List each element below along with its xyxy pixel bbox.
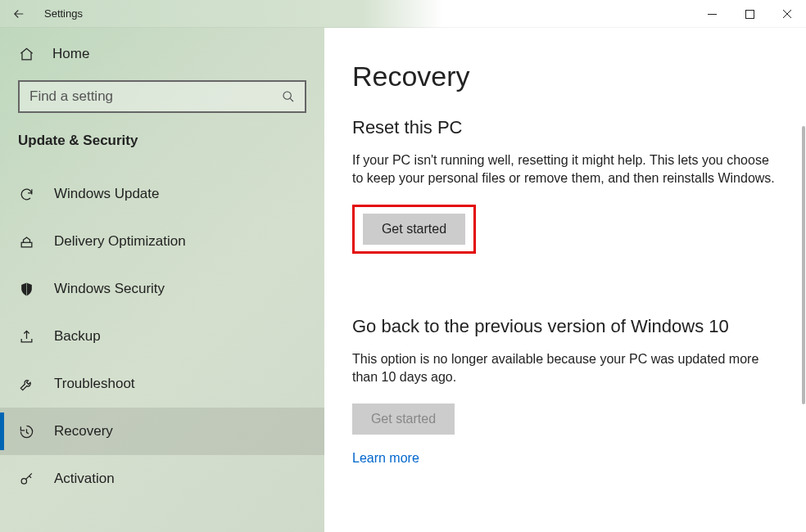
key-icon [18,471,34,487]
close-button[interactable] [768,0,806,28]
nav-troubleshoot[interactable]: Troubleshoot [0,360,324,408]
titlebar: Settings [0,0,806,28]
nav-windows-update[interactable]: Windows Update [0,170,324,218]
scrollbar[interactable] [802,126,805,404]
nav-backup[interactable]: Backup [0,313,324,360]
minimize-icon [708,10,717,19]
nav-label: Recovery [54,423,113,440]
nav-activation[interactable]: Activation [0,455,324,503]
reset-get-started-button[interactable]: Get started [363,214,465,245]
nav-label: Delivery Optimization [54,233,186,250]
back-button[interactable] [0,0,38,28]
content: Home Update & Security Windows Update De… [0,28,806,532]
nav-label: Troubleshoot [54,376,135,392]
search-icon [282,90,295,103]
goback-section: Go back to the previous version of Windo… [352,316,781,466]
delivery-icon [18,234,34,250]
reset-title: Reset this PC [352,117,781,138]
recovery-icon [18,424,34,440]
highlight-annotation: Get started [352,205,476,254]
close-icon [782,9,792,19]
goback-title: Go back to the previous version of Windo… [352,316,781,337]
nav-recovery[interactable]: Recovery [0,408,324,455]
shield-icon [18,282,34,297]
maximize-button[interactable] [731,0,768,28]
sync-icon [18,187,34,202]
goback-description: This option is no longer available becau… [352,350,778,387]
minimize-button[interactable] [693,0,731,28]
nav-label: Activation [54,471,115,487]
nav-windows-security[interactable]: Windows Security [0,265,324,313]
backup-icon [18,329,34,345]
goback-get-started-button: Get started [352,404,455,435]
maximize-icon [745,10,754,19]
wrench-icon [18,376,34,392]
home-label: Home [52,46,89,62]
nav-list: Windows Update Delivery Optimization Win… [0,170,324,503]
home-nav[interactable]: Home [0,28,324,80]
page-heading: Recovery [352,61,781,92]
window-controls [693,0,806,28]
nav-label: Windows Update [54,186,160,202]
nav-label: Windows Security [54,281,165,297]
search-input[interactable] [29,88,282,105]
svg-rect-0 [745,10,754,18]
home-icon [18,47,34,62]
window-title: Settings [44,7,83,20]
arrow-left-icon [11,7,26,21]
svg-rect-2 [21,242,32,247]
reset-description: If your PC isn't running well, resetting… [352,151,778,188]
search-box[interactable] [18,80,306,113]
nav-label: Backup [54,328,101,345]
nav-delivery-optimization[interactable]: Delivery Optimization [0,218,324,265]
main-panel: Recovery Reset this PC If your PC isn't … [324,28,806,532]
sidebar: Home Update & Security Windows Update De… [0,28,324,532]
learn-more-link[interactable]: Learn more [352,451,419,466]
category-header: Update & Security [0,133,324,170]
svg-point-1 [283,92,291,99]
